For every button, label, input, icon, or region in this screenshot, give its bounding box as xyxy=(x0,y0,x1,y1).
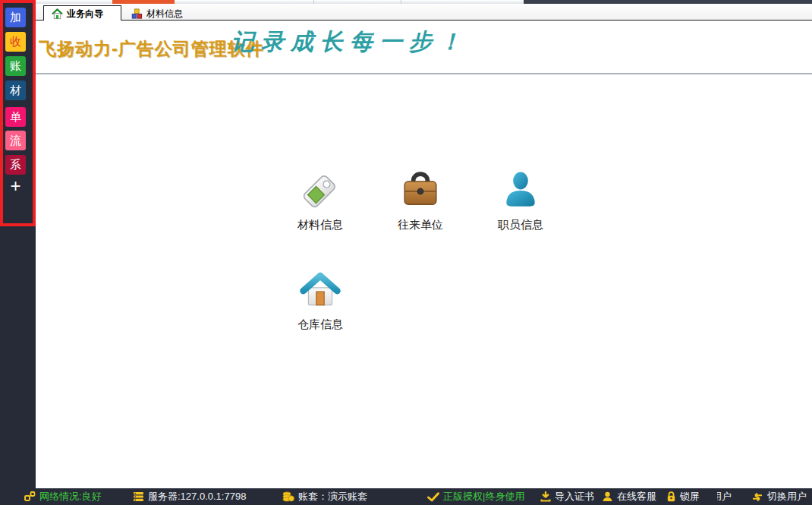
shortcut-label: 材料信息 xyxy=(279,218,362,232)
license-text: 正版授权|终身使用 xyxy=(443,490,524,503)
home-icon xyxy=(52,8,63,20)
check-icon xyxy=(427,492,439,502)
tab-material-info[interactable]: 材料信息 xyxy=(124,6,200,21)
shortcut-staff-info[interactable]: 职员信息 xyxy=(479,170,562,232)
house-icon xyxy=(279,270,362,311)
tab-bar: 业务向导 材料信息 xyxy=(36,4,812,21)
network-status-text: 网络情况:良好 xyxy=(39,490,102,503)
shortcut-warehouse-info[interactable]: 仓库信息 xyxy=(279,270,362,332)
switch-user-button[interactable]: 切换用户 xyxy=(751,488,807,505)
main-canvas: 材料信息 往来单位 xyxy=(36,76,812,488)
server-status: 服务器:127.0.0.1:7798 xyxy=(133,488,246,505)
swap-arrows-icon xyxy=(751,492,763,502)
tag-icon xyxy=(279,170,362,211)
license-status: 正版授权|终身使用 xyxy=(427,488,524,505)
tab-business-wizard[interactable]: 业务向导 xyxy=(43,5,121,21)
sidebar-item-add[interactable]: 加 xyxy=(5,8,26,27)
network-status: 网络情况:良好 xyxy=(24,488,102,505)
lock-screen-button[interactable]: 锁屏 xyxy=(666,488,700,505)
sidebar: 加 收 账 材 单 流 系 + xyxy=(0,0,36,505)
brand-header: 飞扬动力-广告公司管理软件 记录成长每一步！ xyxy=(36,21,812,74)
shortcut-label: 仓库信息 xyxy=(279,317,362,332)
sidebar-add-button[interactable]: + xyxy=(5,176,26,196)
sidebar-item-system[interactable]: 系 xyxy=(5,155,26,175)
shortcut-label: 职员信息 xyxy=(479,218,562,232)
account-set-status: 账套：演示账套 xyxy=(282,488,367,505)
brand-slogan: 记录成长每一步！ xyxy=(231,27,468,58)
tab-label: 材料信息 xyxy=(146,8,183,21)
briefcase-icon xyxy=(379,170,462,211)
lock-icon xyxy=(666,491,676,502)
status-bar: 网络情况:良好 服务器:127.0.0.1:7798 账套：演示账套 xyxy=(0,488,812,505)
user-label: 用户 xyxy=(717,490,732,503)
shortcut-label: 往来单位 xyxy=(379,218,462,232)
import-cert-label: 导入证书 xyxy=(555,490,594,503)
online-support-button[interactable]: 在线客服 xyxy=(602,488,656,505)
network-icon xyxy=(24,491,36,502)
tab-label: 业务向导 xyxy=(67,8,103,21)
coins-icon xyxy=(282,491,294,502)
support-person-icon xyxy=(602,491,613,502)
sidebar-item-receive[interactable]: 收 xyxy=(5,32,26,52)
server-status-text: 服务器:127.0.0.1:7798 xyxy=(148,490,246,503)
sidebar-item-order[interactable]: 单 xyxy=(5,107,26,127)
cubes-icon xyxy=(131,8,143,20)
online-support-label: 在线客服 xyxy=(617,490,656,503)
brand-title: 飞扬动力-广告公司管理软件 xyxy=(39,37,264,61)
user-item[interactable]: 用户 xyxy=(717,488,732,505)
account-set-text: 账套：演示账套 xyxy=(298,490,367,503)
lock-screen-label: 锁屏 xyxy=(680,490,700,503)
download-icon xyxy=(540,491,551,502)
person-icon xyxy=(479,170,562,211)
sidebar-item-flow[interactable]: 流 xyxy=(5,131,26,150)
sidebar-item-account[interactable]: 账 xyxy=(5,56,26,76)
app-window: 加 收 账 材 单 流 系 + 业务向导 xyxy=(0,0,812,505)
shortcut-partners[interactable]: 往来单位 xyxy=(379,170,462,232)
server-icon xyxy=(133,491,144,502)
switch-user-label: 切换用户 xyxy=(767,490,807,503)
shortcut-material-info[interactable]: 材料信息 xyxy=(279,170,362,232)
import-cert-button[interactable]: 导入证书 xyxy=(540,488,594,505)
sidebar-item-material[interactable]: 材 xyxy=(5,80,26,100)
